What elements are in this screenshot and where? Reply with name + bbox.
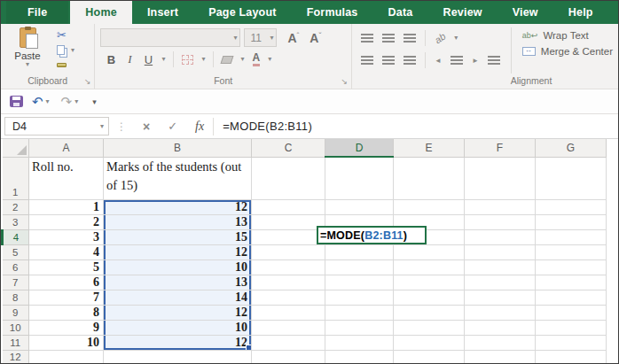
tab-data[interactable]: Data — [373, 1, 428, 24]
cell-e9[interactable] — [394, 305, 465, 320]
wrap-text-button[interactable]: ab↩ Wrap Text — [522, 30, 613, 41]
cell-a11[interactable]: 10 — [29, 335, 104, 350]
cell-d5[interactable] — [325, 244, 394, 259]
cell-c9[interactable] — [252, 305, 325, 320]
col-header-d[interactable]: D — [325, 139, 394, 157]
row-header-9[interactable]: 9 — [3, 305, 29, 320]
fill-caret-icon[interactable]: ▾ — [240, 56, 244, 63]
cell-e8[interactable] — [394, 290, 465, 305]
cell-f4[interactable] — [465, 229, 536, 244]
align-right-icon[interactable] — [404, 56, 416, 65]
cell-a4[interactable]: 3 — [29, 229, 104, 244]
cell-b12[interactable] — [104, 350, 252, 364]
col-header-e[interactable]: E — [394, 139, 465, 157]
cell-g9[interactable] — [536, 305, 607, 320]
row-header-6[interactable]: 6 — [3, 259, 29, 275]
font-dialog-launcher-icon[interactable]: ↘ — [341, 78, 348, 86]
font-color-button[interactable]: A — [253, 52, 261, 66]
cell-b4[interactable]: 15 — [104, 229, 252, 244]
decrease-indent-icon[interactable]: ◄ — [435, 57, 442, 65]
cell-b5[interactable]: 12 — [104, 244, 252, 259]
tab-help[interactable]: Help — [553, 1, 608, 24]
cell-g6[interactable] — [536, 259, 607, 275]
bold-button[interactable]: B — [106, 53, 116, 66]
cell-f11[interactable] — [465, 335, 536, 350]
cell-e12[interactable] — [394, 350, 465, 364]
decrease-font-button[interactable]: Aˇ — [310, 31, 321, 45]
cell-g3[interactable] — [536, 214, 607, 229]
cell-c8[interactable] — [252, 290, 325, 305]
col-header-f[interactable]: F — [465, 139, 536, 157]
tab-home[interactable]: Home — [70, 1, 132, 24]
cell-a12[interactable] — [29, 350, 104, 364]
col-header-c[interactable]: C — [252, 139, 325, 157]
cell-d2[interactable] — [325, 199, 394, 214]
cell-e7[interactable] — [394, 275, 465, 290]
cell-d8[interactable] — [325, 290, 394, 305]
cell-g5[interactable] — [536, 244, 607, 259]
row-header-3[interactable]: 3 — [3, 214, 29, 229]
cell-b3[interactable]: 13 — [104, 214, 252, 229]
cell-c11[interactable] — [252, 335, 325, 350]
orientation-icon[interactable]: ab — [433, 31, 448, 46]
cell-b6[interactable]: 10 — [104, 259, 252, 275]
undo-button[interactable]: ↶ ▾ — [29, 95, 52, 108]
cell-e11[interactable] — [394, 335, 465, 350]
fill-color-icon[interactable] — [221, 56, 234, 64]
align-middle-icon[interactable] — [382, 34, 395, 43]
cell-f5[interactable] — [465, 244, 536, 259]
tab-view[interactable]: View — [498, 1, 553, 24]
cell-a7[interactable]: 6 — [29, 275, 104, 290]
cell-d7[interactable] — [325, 275, 394, 290]
row-header-2[interactable]: 2 — [3, 199, 29, 214]
cell-c6[interactable] — [252, 259, 325, 275]
row-header-12[interactable]: 12 — [3, 350, 29, 364]
cell-f8[interactable] — [465, 290, 536, 305]
cell-e5[interactable] — [394, 244, 465, 259]
merge-center-button[interactable]: Merge & Center — [522, 46, 613, 57]
cell-c3[interactable] — [252, 214, 325, 229]
cell-c1[interactable] — [252, 157, 325, 199]
cell-a6[interactable]: 5 — [29, 259, 104, 275]
cell-a9[interactable]: 8 — [29, 305, 104, 320]
increase-indent-icon[interactable]: ► — [472, 57, 479, 65]
cell-g8[interactable] — [536, 290, 607, 305]
cell-c4[interactable] — [252, 229, 325, 244]
align-left-icon[interactable] — [361, 56, 373, 65]
copy-button[interactable]: ▾ — [57, 44, 74, 56]
cell-g2[interactable] — [536, 199, 607, 214]
align-bottom-icon[interactable] — [404, 34, 416, 43]
cell-c5[interactable] — [252, 244, 325, 259]
cell-d11[interactable] — [325, 335, 394, 350]
cell-d9[interactable] — [325, 305, 394, 320]
customize-toolbar-icon[interactable]: ▾ — [92, 97, 97, 106]
orientation-caret-icon[interactable]: ▾ — [454, 35, 458, 42]
cell-g10[interactable] — [536, 320, 607, 335]
cell-f2[interactable] — [465, 199, 536, 214]
borders-caret-icon[interactable]: ▾ — [201, 56, 205, 63]
cell-b9[interactable]: 12 — [104, 305, 252, 320]
row-header-1[interactable]: 1 — [3, 157, 29, 199]
save-icon[interactable] — [10, 96, 23, 107]
paste-button[interactable]: Paste ▾ — [6, 27, 49, 74]
tab-formulas[interactable]: Formulas — [292, 1, 373, 24]
font-name-combo[interactable]: ▾ — [100, 28, 240, 47]
redo-button[interactable]: ↷ ▾ — [59, 95, 82, 108]
cell-d10[interactable] — [325, 320, 394, 335]
cell-g4[interactable] — [536, 229, 607, 244]
select-all-button[interactable] — [3, 139, 29, 157]
cell-f1[interactable] — [465, 157, 536, 199]
name-box[interactable]: D4 ▾ — [4, 117, 109, 136]
cell-f10[interactable] — [465, 320, 536, 335]
row-header-10[interactable]: 10 — [3, 320, 29, 335]
col-header-b[interactable]: B — [104, 139, 252, 157]
font-color-caret-icon[interactable]: ▾ — [268, 56, 271, 63]
clipboard-dialog-launcher-icon[interactable]: ↘ — [84, 78, 91, 86]
increase-font-button[interactable]: Aˆ — [287, 31, 299, 45]
tab-review[interactable]: Review — [427, 1, 497, 24]
cell-b10[interactable]: 10 — [104, 320, 252, 335]
cell-d6[interactable] — [325, 259, 394, 275]
cell-b7[interactable]: 13 — [104, 275, 252, 290]
italic-button[interactable]: I — [124, 52, 135, 66]
underline-caret-icon[interactable]: ▾ — [161, 56, 165, 63]
